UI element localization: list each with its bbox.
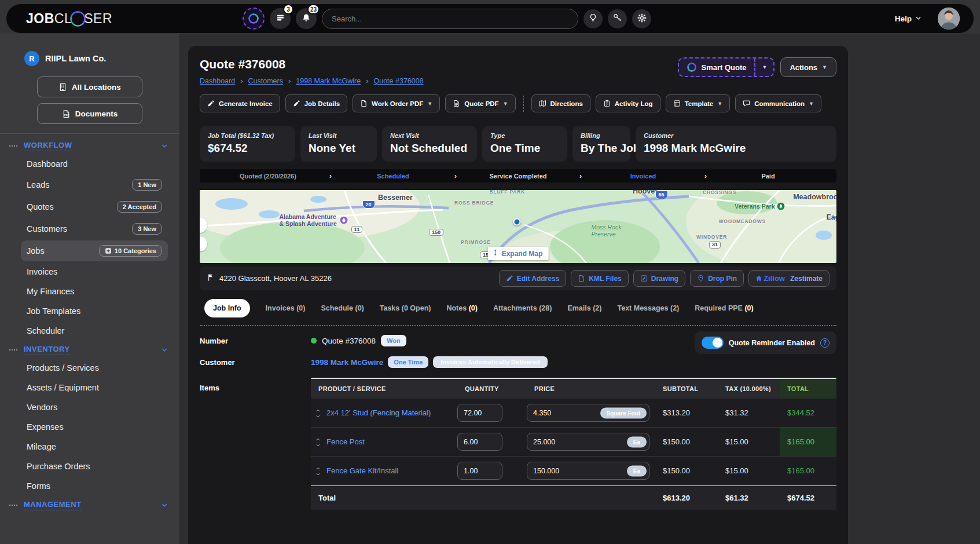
list-icon [276, 13, 285, 24]
pipeline-stage-paid[interactable]: Paid [707, 173, 829, 180]
quote-reminder-toggle[interactable] [702, 337, 724, 349]
quote-pdf-button[interactable]: Quote PDF▼ [445, 94, 515, 112]
sidebar-item-label: Expenses [27, 422, 64, 432]
avatar[interactable] [938, 8, 960, 30]
customer-row: Customer 1998 Mark McGwire One TimeInvoi… [200, 356, 836, 368]
documents-button[interactable]: PDFDocuments [37, 103, 142, 124]
customer-badge-one-time: One Time [388, 356, 428, 368]
breadcrumb-link-dashboard[interactable]: Dashboard [200, 77, 235, 85]
pipeline-stage-service-completed[interactable]: Service Completed [457, 173, 579, 180]
help-menu[interactable]: Help [895, 14, 922, 23]
drop-pin-button[interactable]: Drop Pin [690, 270, 744, 287]
sidebar-section-management[interactable]: MANAGEMENT [9, 500, 168, 510]
sidebar-item-job-templates[interactable]: Job Templates [21, 302, 168, 320]
smart-quote-button[interactable]: Smart Quote [679, 59, 754, 76]
tab-invoices[interactable]: Invoices (0) [266, 304, 306, 312]
zillow-zestimate-button[interactable]: ZillowZestimate [748, 270, 829, 287]
tab-required-ppe[interactable]: Required PPE (0) [695, 304, 753, 312]
breadcrumb-link-quote-376008[interactable]: Quote #376008 [373, 77, 423, 85]
sidebar-section-workflow[interactable]: WORKFLOW [9, 141, 168, 151]
quantity-input[interactable] [457, 462, 502, 480]
pipeline-stage-invoiced[interactable]: Invoiced [582, 173, 704, 180]
product-link[interactable]: 2x4 12' Stud (Fencing Material) [326, 408, 431, 417]
map-label-eagle: Eagle [826, 213, 836, 221]
app-logo[interactable]: JOBCLSER [26, 11, 112, 27]
gear-icon [637, 13, 647, 23]
queue-button[interactable]: 3 [270, 8, 291, 29]
sidebar-sections: WORKFLOWDashboardLeads1 NewQuotes2 Accep… [0, 141, 179, 510]
settings-button[interactable] [632, 9, 651, 28]
notifications-button[interactable]: 23 [296, 8, 317, 29]
move-up-button[interactable] [315, 408, 321, 412]
move-down-button[interactable] [315, 414, 321, 418]
tab-notes[interactable]: Notes (0) [446, 304, 478, 312]
svg-text:PDF: PDF [64, 114, 69, 116]
tab-job-info[interactable]: Job Info [204, 299, 250, 317]
tab-emails[interactable]: Emails (2) [567, 304, 601, 312]
sidebar-item-quotes[interactable]: Quotes2 Accepted [21, 196, 168, 217]
template-button[interactable]: Template▼ [666, 94, 731, 112]
move-up-button[interactable] [315, 437, 321, 441]
breadcrumb-link-1998-mark-mcgwire[interactable]: 1998 Mark McGwire [296, 77, 361, 85]
expand-map-button[interactable]: Expand Map [488, 247, 549, 260]
sidebar-item-label: Customers [27, 224, 67, 233]
job-details-button[interactable]: Job Details [285, 94, 347, 112]
subtotal-cell: $150.00 [655, 466, 718, 475]
breadcrumb-link-customers[interactable]: Customers [248, 77, 283, 85]
tab-attachments[interactable]: Attachments (28) [493, 304, 552, 312]
kml-files-button[interactable]: KML Files [571, 270, 628, 287]
sidebar-item-expenses[interactable]: Expenses [21, 418, 168, 436]
pipeline-stage-quoted-2-20-2026[interactable]: Quoted (2/20/2026) [207, 173, 329, 180]
product-link[interactable]: Fence Post [326, 437, 365, 446]
top-header: JOBCLSER 3 23 Help [6, 4, 974, 33]
company-header[interactable]: R RIIPL Lawn Co. [24, 51, 179, 66]
sidebar-item-leads[interactable]: Leads1 New [21, 174, 168, 195]
drawing-button[interactable]: Drawing [633, 270, 685, 287]
sidebar-item-customers[interactable]: Customers3 New [21, 218, 168, 239]
help-circle-icon[interactable]: ? [820, 338, 829, 348]
quantity-input[interactable] [457, 433, 502, 451]
actions-button[interactable]: Actions ▼ [780, 57, 836, 77]
sidebar-item-assets-equipment[interactable]: Assets / Equipment [21, 378, 168, 397]
sidebar-item-mileage[interactable]: Mileage [21, 437, 168, 456]
customer-link[interactable]: 1998 Mark McGwire [311, 358, 383, 367]
sidebar-item-products-services[interactable]: Products / Services [21, 359, 168, 377]
tab-schedule[interactable]: Schedule (0) [321, 304, 364, 312]
tab-tasks[interactable]: Tasks (0 Open) [380, 304, 431, 312]
sidebar-item-forms[interactable]: Forms [21, 477, 168, 495]
sidebar-item-scheduler[interactable]: Scheduler [21, 322, 168, 340]
assistant-ring-icon [248, 13, 259, 24]
activity-log-button[interactable]: Activity Log [596, 94, 660, 112]
access-button[interactable] [608, 9, 627, 28]
sidebar-item-dashboard[interactable]: Dashboard [21, 155, 168, 173]
tab-text-messages[interactable]: Text Messages (2) [617, 304, 679, 312]
sidebar-item-label: My Finances [27, 287, 74, 296]
tips-button[interactable] [583, 9, 603, 28]
generate-invoice-button[interactable]: Generate Invoice [200, 94, 280, 112]
stat-card-value: One Time [490, 142, 559, 155]
smart-quote-caret-button[interactable]: ▼ [754, 59, 773, 76]
stat-card-customer: Customer1998 Mark McGwire [636, 126, 836, 162]
stat-card-label: Job Total ($61.32 Tax) [208, 132, 287, 139]
search-input[interactable] [322, 9, 578, 29]
sidebar-item-my-finances[interactable]: My Finances [21, 282, 168, 301]
directions-button[interactable]: Directions [531, 94, 590, 112]
move-up-button[interactable] [315, 466, 321, 470]
move-down-button[interactable] [315, 472, 321, 476]
work-order-pdf-button[interactable]: Work Order PDF▼ [353, 94, 440, 112]
assistant-button[interactable] [243, 8, 265, 30]
edit-address-button[interactable]: Edit Address [499, 270, 567, 287]
all-locations-button[interactable]: All Locations [37, 76, 142, 97]
move-down-button[interactable] [315, 443, 321, 447]
sidebar-item-jobs[interactable]: Jobs10 Categories [21, 240, 168, 261]
map[interactable]: BessemerHooverMeadowbrookEagleBLUFF PARK… [200, 190, 836, 263]
product-link[interactable]: Fence Gate Kit/Install [326, 466, 398, 475]
pipeline-stage-scheduled[interactable]: Scheduled [332, 173, 454, 180]
quantity-input[interactable] [457, 404, 502, 422]
map-pin-marker[interactable] [513, 218, 520, 226]
sidebar-item-vendors[interactable]: Vendors [21, 398, 168, 417]
communication-button[interactable]: Communication▼ [735, 94, 821, 112]
sidebar-section-inventory[interactable]: INVENTORY [9, 345, 168, 355]
sidebar-item-purchase-orders[interactable]: Purchase Orders [21, 457, 168, 476]
sidebar-item-invoices[interactable]: Invoices [21, 262, 168, 281]
